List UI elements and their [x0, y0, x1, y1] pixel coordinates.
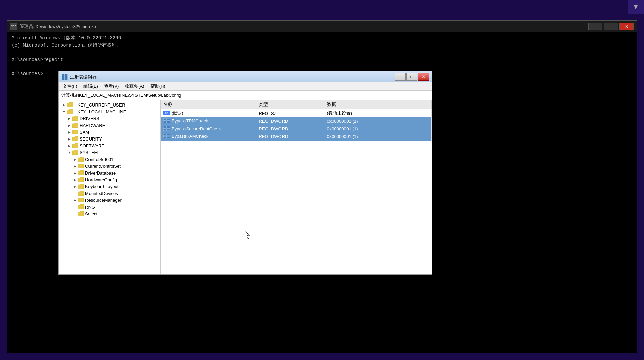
expand-icon-sam: ▶ [67, 129, 72, 135]
tree-label-hardware: HARDWARE [80, 123, 105, 128]
folder-icon-driverdatabase [78, 170, 84, 175]
tree-item-hkcu[interactable]: ▶ HKEY_CURRENT_USER [59, 101, 160, 108]
cmd-close-button[interactable]: ✕ [619, 23, 634, 30]
tree-item-hardware[interactable]: ▶ HARDWARE [59, 122, 160, 129]
tree-item-software[interactable]: ▶ SOFTWARE [59, 142, 160, 149]
table-row[interactable]: BypassSecureBootCheckREG_DWORD0x00000001… [161, 125, 432, 133]
tree-label-driverdatabase: DriverDatabase [85, 170, 116, 176]
expand-icon-controlset001: ▶ [72, 157, 78, 162]
tree-label-hkcu: HKEY_CURRENT_USER [74, 102, 125, 108]
tree-label-hklm: HKEY_LOCAL_MACHINE [74, 109, 126, 114]
cmd-line2: (c) Microsoft Corporation。保留所有权利。 [12, 42, 632, 49]
regedit-main: ▶ HKEY_CURRENT_USER ▼ HKEY_LOCAL_MACHINE… [59, 100, 432, 274]
regedit-maximize-button[interactable]: □ [406, 73, 417, 81]
entry-name-text-bypassramcheck: BypassRAMCheck [172, 134, 208, 139]
menu-view[interactable]: 查看(V) [101, 83, 122, 90]
table-row[interactable]: BypassTPMCheckREG_DWORD0x00000001 (1) [161, 117, 432, 125]
chevron-down-icon: ▼ [633, 3, 639, 11]
expand-icon-security: ▶ [67, 136, 72, 142]
regedit-close-button[interactable]: ✕ [418, 73, 429, 81]
tree-label-security: SECURITY [80, 136, 102, 142]
tree-item-drivers[interactable]: ▶ DRIVERS [59, 115, 160, 122]
tree-panel[interactable]: ▶ HKEY_CURRENT_USER ▼ HKEY_LOCAL_MACHINE… [59, 100, 161, 274]
folder-icon-controlset001 [78, 157, 84, 162]
tree-label-software: SOFTWARE [80, 143, 104, 148]
tree-label-mounteddevices: MountedDevices [85, 191, 118, 196]
tree-item-mounteddevices[interactable]: ▶ MountedDevices [59, 190, 160, 197]
svg-rect-9 [167, 121, 170, 123]
expand-icon-system: ▼ [67, 150, 72, 155]
top-right-chevron-button[interactable]: ▼ [628, 0, 644, 14]
entry-data-bypasssecurebootcheck: 0x00000001 (1) [324, 125, 432, 133]
folder-icon-hardwareconfig [78, 177, 84, 182]
entry-data-bypassramcheck: 0x00000001 (1) [324, 133, 432, 141]
tree-label-hardwareconfig: HardwareConfig [85, 177, 117, 182]
tree-item-controlset001[interactable]: ▶ ControlSet001 [59, 156, 160, 163]
svg-rect-16 [163, 136, 166, 138]
table-row[interactable]: BypassRAMCheckREG_DWORD0x00000001 (1) [161, 133, 432, 141]
address-path: 计算机\HKEY_LOCAL_MACHINE\SYSTEM\Setup\LabC… [61, 92, 181, 98]
folder-icon-sam [72, 130, 78, 134]
dword-value-icon [163, 118, 170, 124]
cmd-line1: Microsoft Windows [版本 10.0.22621.3296] [12, 35, 632, 42]
regedit-icon [61, 73, 68, 80]
menu-file[interactable]: 文件(F) [60, 83, 80, 90]
table-row[interactable]: ab (默认)REG_SZ(数值未设置) [161, 109, 432, 118]
expand-icon-currentcontrolset: ▶ [72, 163, 78, 169]
folder-icon-select [78, 211, 84, 216]
menu-favorites[interactable]: 收藏夹(A) [122, 83, 147, 90]
folder-icon-hkcu [67, 102, 73, 107]
tree-label-sam: SAM [80, 130, 89, 135]
regedit-titlebar: 注册表编辑器 ─ □ ✕ [59, 71, 432, 82]
svg-rect-2 [62, 77, 64, 80]
tree-item-rng[interactable]: ▶ RNG [59, 203, 160, 210]
tree-label-system: SYSTEM [80, 150, 98, 155]
entry-name-text-bypasssecurebootcheck: BypassSecureBootCheck [172, 126, 222, 131]
tree-item-currentcontrolset[interactable]: ▶ CurrentControlSet [59, 163, 160, 169]
svg-rect-15 [167, 134, 170, 136]
tree-item-hklm[interactable]: ▼ HKEY_LOCAL_MACHINE [59, 108, 160, 115]
col-data-header: 数据 [324, 100, 432, 109]
svg-rect-11 [167, 126, 170, 128]
tree-label-rng: RNG [85, 204, 95, 210]
cmd-maximize-button[interactable]: □ [604, 23, 618, 30]
expand-icon-hkcu: ▶ [61, 102, 67, 108]
entry-type-default: REG_SZ [256, 109, 324, 118]
tree-label-currentcontrolset: CurrentControlSet [85, 164, 121, 169]
tree-item-keyboardlayout[interactable]: ▶ Keyboard Layout [59, 183, 160, 190]
tree-label-controlset001: ControlSet001 [85, 157, 113, 162]
data-panel[interactable]: 名称 类型 数据 ab (默认)REG_SZ(数值未设置) BypassTPMC… [161, 100, 432, 274]
folder-icon-keyboardlayout [78, 184, 84, 189]
registry-table: 名称 类型 数据 ab (默认)REG_SZ(数值未设置) BypassTPMC… [161, 100, 432, 141]
folder-icon-currentcontrolset [78, 164, 84, 168]
tree-label-select: Select [85, 211, 97, 216]
cmd-title: 管理员: X:\windows\system32\cmd.exe [20, 23, 585, 30]
cmd-icon: C:\ [10, 23, 17, 30]
svg-rect-8 [163, 121, 166, 123]
cmd-line3 [12, 49, 632, 56]
expand-icon-driverdatabase: ▶ [72, 170, 78, 176]
tree-item-driverdatabase[interactable]: ▶ DriverDatabase [59, 169, 160, 176]
tree-item-select[interactable]: ▶ Select [59, 210, 160, 217]
regedit-addressbar: 计算机\HKEY_LOCAL_MACHINE\SYSTEM\Setup\LabC… [59, 91, 432, 100]
expand-icon-hklm: ▼ [61, 109, 67, 114]
regedit-controls: ─ □ ✕ [395, 73, 429, 81]
tree-item-security[interactable]: ▶ SECURITY [59, 135, 160, 142]
menu-help[interactable]: 帮助(H) [148, 83, 168, 90]
svg-rect-17 [167, 136, 170, 138]
tree-item-sam[interactable]: ▶ SAM [59, 129, 160, 135]
menu-edit[interactable]: 编辑(E) [81, 83, 101, 90]
entry-name-bypasstpmcheck: BypassTPMCheck [161, 117, 256, 125]
entry-name-bypassramcheck: BypassRAMCheck [161, 133, 256, 141]
tree-item-system[interactable]: ▼ SYSTEM [59, 149, 160, 156]
tree-label-keyboardlayout: Keyboard Layout [85, 184, 118, 189]
cmd-minimize-button[interactable]: ─ [588, 23, 602, 30]
cmd-titlebar: C:\ 管理员: X:\windows\system32\cmd.exe ─ □… [7, 21, 637, 32]
tree-item-hardwareconfig[interactable]: ▶ HardwareConfig [59, 176, 160, 183]
tree-item-resourcemanager[interactable]: ▶ ResourceManager [59, 197, 160, 203]
entry-data-default: (数值未设置) [324, 109, 432, 118]
folder-icon-system [72, 150, 78, 155]
col-name-header: 名称 [161, 100, 256, 109]
regedit-minimize-button[interactable]: ─ [395, 73, 406, 81]
entry-name-text-bypasstpmcheck: BypassTPMCheck [172, 118, 208, 124]
